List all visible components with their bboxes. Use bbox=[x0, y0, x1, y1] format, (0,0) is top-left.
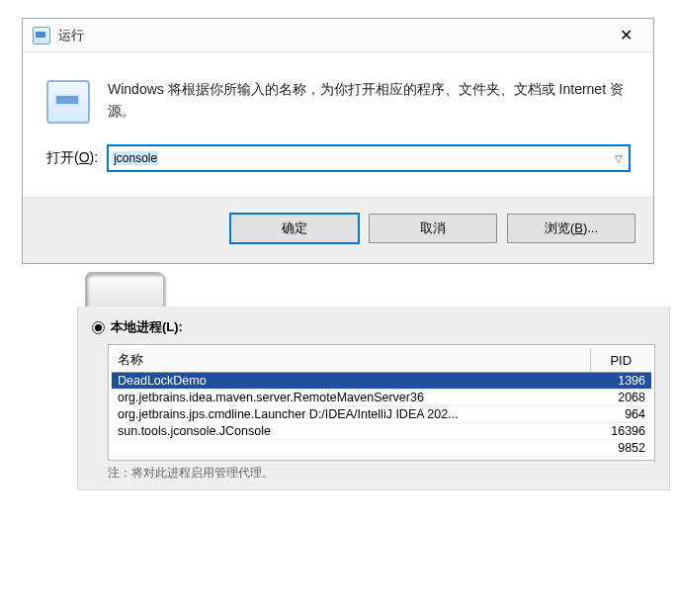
process-name: org.jetbrains.jps.cmdline.Launcher D:/ID… bbox=[112, 406, 590, 423]
table-row[interactable]: org.jetbrains.idea.maven.server.RemoteMa… bbox=[112, 390, 651, 406]
col-name[interactable]: 名称 bbox=[112, 348, 590, 373]
run-description: Windows 将根据你所输入的名称，为你打开相应的程序、文件夹、文档或 Int… bbox=[108, 78, 630, 124]
jconsole-body: 本地进程(L): 名称 PID DeadLockDemo1396org.jetb… bbox=[77, 307, 670, 490]
table-row[interactable]: sun.tools.jconsole.JConsole16396 bbox=[112, 423, 651, 440]
table-row[interactable]: DeadLockDemo1396 bbox=[112, 373, 651, 390]
close-button[interactable]: ✕ bbox=[606, 23, 645, 48]
process-pid: 964 bbox=[590, 406, 651, 423]
close-icon: ✕ bbox=[620, 26, 633, 44]
jconsole-panel: 本地进程(L): 名称 PID DeadLockDemo1396org.jetb… bbox=[77, 272, 670, 490]
radio-icon bbox=[92, 321, 105, 334]
process-table: 名称 PID DeadLockDemo1396org.jetbrains.ide… bbox=[112, 348, 651, 457]
chevron-down-icon[interactable]: ▽ bbox=[615, 153, 623, 164]
table-row[interactable]: 9852 bbox=[112, 440, 651, 457]
local-process-label: 本地进程(L): bbox=[111, 318, 183, 336]
run-dialog: 运行 ✕ Windows 将根据你所输入的名称，为你打开相应的程序、文件夹、文档… bbox=[22, 18, 654, 264]
local-process-radio[interactable]: 本地进程(L): bbox=[92, 318, 655, 336]
open-input-value[interactable]: jconsole bbox=[113, 151, 158, 165]
run-body-icon bbox=[46, 80, 90, 124]
process-table-panel: 名称 PID DeadLockDemo1396org.jetbrains.ide… bbox=[108, 344, 655, 461]
run-titlebar: 运行 ✕ bbox=[23, 19, 653, 52]
process-pid: 2068 bbox=[590, 390, 651, 406]
browse-button[interactable]: 浏览(B)... bbox=[507, 214, 635, 243]
button-bar: 确定 取消 浏览(B)... bbox=[23, 197, 653, 263]
process-name bbox=[112, 440, 590, 457]
process-pid: 16396 bbox=[590, 423, 651, 440]
process-pid: 1396 bbox=[590, 373, 651, 390]
run-body: Windows 将根据你所输入的名称，为你打开相应的程序、文件夹、文档或 Int… bbox=[23, 52, 653, 133]
table-row[interactable]: org.jetbrains.jps.cmdline.Launcher D:/ID… bbox=[112, 406, 651, 423]
open-combobox[interactable]: jconsole ▽ bbox=[108, 145, 630, 171]
process-pid: 9852 bbox=[590, 440, 651, 457]
process-note: 注：将对此进程启用管理代理。 bbox=[108, 465, 655, 482]
process-name: org.jetbrains.idea.maven.server.RemoteMa… bbox=[112, 390, 590, 406]
col-pid[interactable]: PID bbox=[590, 348, 651, 373]
process-name: sun.tools.jconsole.JConsole bbox=[112, 423, 590, 440]
run-icon bbox=[33, 27, 50, 44]
process-name: DeadLockDemo bbox=[112, 373, 590, 390]
ok-button[interactable]: 确定 bbox=[230, 214, 359, 243]
jconsole-tab-fragment bbox=[85, 272, 164, 308]
open-row: 打开(O): jconsole ▽ bbox=[23, 133, 653, 197]
open-label: 打开(O): bbox=[46, 149, 98, 167]
window-title: 运行 bbox=[58, 27, 606, 44]
cancel-button[interactable]: 取消 bbox=[369, 214, 497, 243]
